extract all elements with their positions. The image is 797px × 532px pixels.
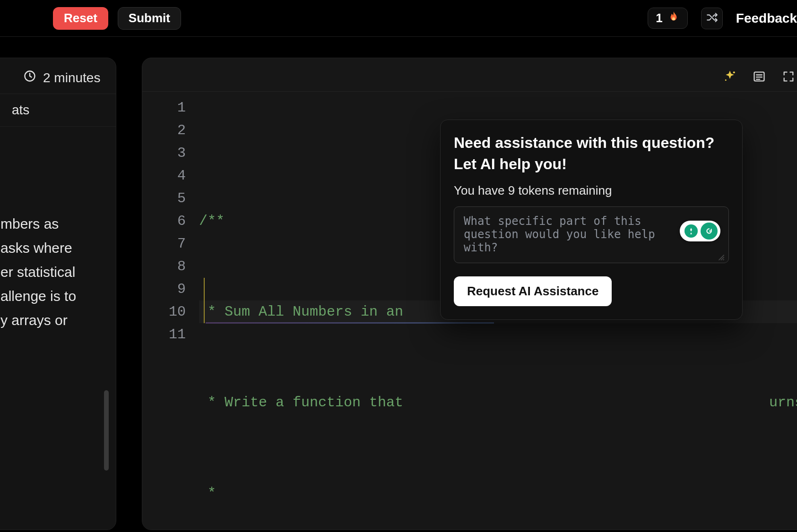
- left-tab[interactable]: ats: [0, 94, 116, 127]
- line-number: 11: [142, 323, 186, 346]
- left-tab-label: ats: [12, 103, 29, 117]
- editor-toolbar: [722, 69, 797, 85]
- line-number: 3: [142, 142, 186, 164]
- reset-label: Reset: [64, 11, 97, 26]
- left-line: er statistical: [0, 260, 106, 284]
- feedback-label: Feedback: [736, 11, 797, 26]
- popup-title: Need assistance with this question? Let …: [454, 132, 729, 175]
- request-ai-button[interactable]: Request AI Assistance: [454, 276, 612, 306]
- line-number: 5: [142, 187, 186, 210]
- code-token: Write a function that: [225, 395, 403, 411]
- timer-header: 2 minutes: [0, 58, 116, 94]
- expand-icon[interactable]: [780, 69, 797, 85]
- reset-button[interactable]: Reset: [53, 7, 108, 30]
- selection-underline: [206, 322, 494, 324]
- left-line: allenge is to: [0, 284, 106, 308]
- list-icon[interactable]: [751, 69, 767, 85]
- grammarly-icon: [701, 223, 718, 240]
- code-token: *: [199, 304, 225, 320]
- code-token: /**: [199, 213, 225, 229]
- shuffle-icon: [706, 11, 718, 26]
- code-token: *: [199, 395, 225, 411]
- line-number: 6: [142, 210, 186, 232]
- left-panel: 2 minutes ats mbers as asks where er sta…: [0, 58, 116, 530]
- line-number: 2: [142, 119, 186, 142]
- textarea-resize-grip[interactable]: [717, 253, 725, 261]
- grammarly-pen-icon: [684, 224, 698, 238]
- left-line: asks where: [0, 236, 106, 260]
- topbar: Reset Submit 1: [0, 0, 797, 37]
- submit-label: Submit: [129, 11, 170, 26]
- code-token: urns t: [769, 391, 797, 414]
- feedback-button[interactable]: Feedback: [736, 11, 797, 26]
- svg-point-1: [733, 71, 735, 73]
- submit-button[interactable]: Submit: [118, 7, 181, 30]
- streak-pill[interactable]: 1: [648, 8, 687, 29]
- timer-text: 2 minutes: [43, 70, 100, 86]
- flame-icon: [667, 11, 680, 26]
- ai-assist-popup: Need assistance with this question? Let …: [440, 120, 743, 320]
- editor-panel: 1 2 3 4 5 6 7 8 9 10 11 /** * Sum All: [142, 58, 797, 530]
- line-number: 8: [142, 255, 186, 278]
- code-token: Sum All Numbers in an: [225, 304, 403, 320]
- code-token: *: [199, 485, 216, 501]
- left-line: mbers as: [0, 212, 106, 236]
- line-number: 9: [142, 278, 186, 300]
- clock-icon: [23, 69, 36, 86]
- grammarly-widget[interactable]: [680, 221, 720, 241]
- line-number: 10: [142, 300, 186, 323]
- line-gutter: 1 2 3 4 5 6 7 8 9 10 11: [142, 96, 199, 530]
- line-number: 4: [142, 164, 186, 187]
- sparkle-icon[interactable]: [722, 69, 738, 85]
- request-ai-label: Request AI Assistance: [467, 284, 598, 299]
- line-number: 7: [142, 232, 186, 255]
- left-line: y arrays or: [0, 308, 106, 332]
- main: 2 minutes ats mbers as asks where er sta…: [0, 37, 797, 532]
- left-content: mbers as asks where er statistical allen…: [0, 127, 116, 523]
- streak-count: 1: [656, 11, 662, 26]
- shuffle-button[interactable]: [701, 8, 723, 29]
- line-number: 1: [142, 96, 186, 119]
- popup-subtitle: You have 9 tokens remaining: [454, 183, 729, 198]
- left-scrollbar-thumb[interactable]: [104, 390, 109, 471]
- svg-point-2: [725, 79, 727, 81]
